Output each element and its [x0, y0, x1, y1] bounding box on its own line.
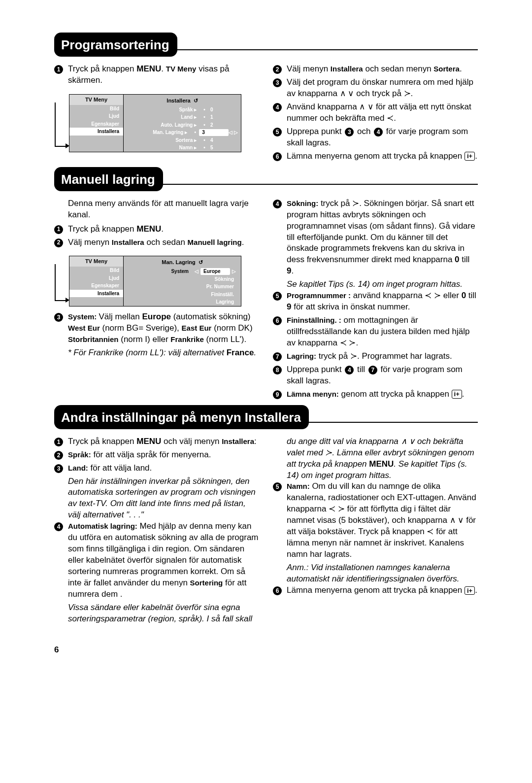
- step-bullet-1-icon: 1: [54, 65, 63, 74]
- step-3: 3Land: för att välja land.: [54, 463, 259, 474]
- info-icon: i+: [465, 586, 475, 595]
- step-1: 1 Tryck på knappen MENU. TV Meny visas p…: [54, 64, 259, 86]
- tip-note: Se kapitlet Tips (s. 14) om inget progra…: [287, 279, 478, 290]
- step-6: 6Fininställning. : om mottagningen är ot…: [273, 315, 478, 349]
- step-6: 6Lämna menyerna genom att trycka på knap…: [273, 151, 478, 162]
- page-number: 6: [54, 645, 478, 656]
- step-5: 5Programnummer : använd knapparna ≺ ≻ el…: [273, 290, 478, 313]
- step-5: 5Upprepa punkt 3 och 4 för varje program…: [273, 126, 478, 149]
- step-2: 2Språk: för att välja språk för menyerna…: [54, 449, 259, 461]
- section-heading-andra-installningar: Andra inställningar på menyn Installera: [54, 405, 309, 429]
- step-4: 4Använd knapparna ∧ ∨ för att välja ett …: [273, 102, 478, 124]
- info-icon: i+: [452, 390, 462, 399]
- step-2: 2Välj menyn Installera och sedan menyn S…: [273, 64, 478, 75]
- step-4: 4Automatisk lagring: Med hjälp av denna …: [54, 521, 259, 600]
- continuation: du ange ditt val via knapparna ∧ ∨ och b…: [287, 436, 478, 481]
- intro-text: Denna meny används för att manuellt lagr…: [68, 198, 259, 221]
- tv-menu-diagram-1: TV Meny Bild Ljud Egenskaper Installera …: [69, 94, 241, 152]
- info-icon: i+: [465, 152, 475, 161]
- step-4: 4Sökning: tryck på ≻. Sökningen börjar. …: [273, 198, 478, 277]
- step-9: 9Lämna menyn: genom att trycka på knappe…: [273, 389, 478, 400]
- step-1: 1Tryck på knappen MENU och välj menyn In…: [54, 436, 259, 447]
- step-6: 6Lämna menyerna genom att trycka på knap…: [273, 585, 478, 596]
- step-1: 1Tryck på knappen MENU.: [54, 224, 259, 235]
- note: Anm.: Vid installationen namnges kanaler…: [287, 562, 478, 585]
- footnote: * För Frankrike (norm LL'): välj alterna…: [68, 347, 259, 359]
- note: Den här inställningen inverkar på söknin…: [68, 476, 259, 521]
- step-8: 8Upprepa punkt 4 till 7 för varje progra…: [273, 364, 478, 387]
- step-2: 2Välj menyn Installera och sedan Manuell…: [54, 237, 259, 248]
- tv-menu-diagram-2: TV Meny Bild Ljud Egenskaper Installera …: [69, 256, 241, 306]
- note: Vissa sändare eller kabelnät överför sin…: [68, 602, 259, 625]
- step-5: 5Namn: Om du vill kan du namnge de olika…: [273, 481, 478, 560]
- section-heading-manuell-lagring: Manuell lagring: [54, 167, 163, 191]
- step-7: 7Lagring: tryck på ≻. Programmet har lag…: [273, 351, 478, 362]
- step-3: 3System: Välj mellan Europe (automatisk …: [54, 311, 259, 345]
- step-text: Tryck på knappen MENU. TV Meny visas på …: [68, 64, 259, 86]
- step-3: 3Välj det program du önskar numrera om m…: [273, 77, 478, 100]
- section-heading-programsortering: Programsortering: [54, 33, 177, 57]
